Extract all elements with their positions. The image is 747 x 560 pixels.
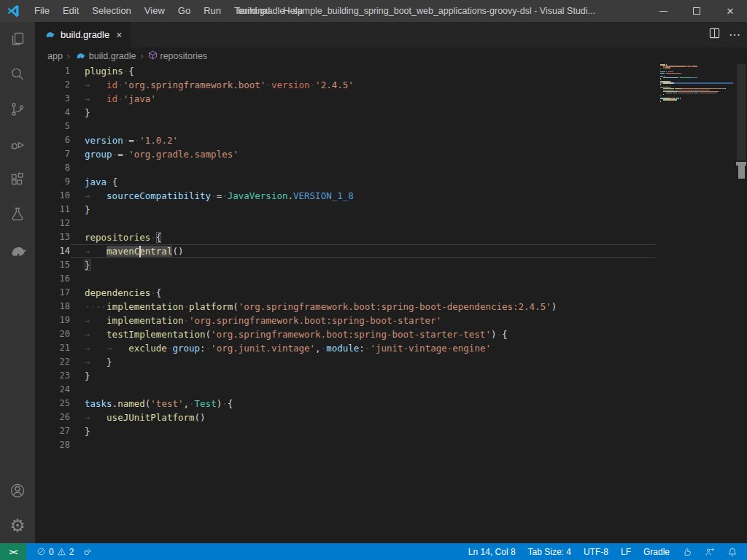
line-number: 27 [35,424,70,438]
breadcrumb-item-build-gradle[interactable]: build.gradle [74,50,136,62]
tab-label: build.gradle [61,29,109,40]
status-bar: >< 02 Ln 14, Col 8Tab Size: 4UTF-8LFGrad… [0,543,747,560]
error-count: 0 [49,547,54,557]
line-number: 5 [35,120,70,133]
status-cursor-position[interactable]: Ln 14, Col 8 [465,543,519,560]
code-line-4[interactable]: 4} [35,106,657,120]
window-title: build.gradle - sample_building_spring_bo… [238,6,595,16]
code-line-6[interactable]: 6version·=·'1.0.2' [35,133,657,147]
line-number: 10 [35,189,70,203]
code-line-19[interactable]: 19→implementation·'org.springframework.b… [35,314,657,327]
status-debug[interactable] [80,543,96,560]
code-line-27[interactable]: 27} [35,424,657,438]
code-line-11[interactable]: 11} [35,203,657,217]
run-debug-icon[interactable] [0,127,35,162]
code-line-13[interactable]: 13repositories·{ [35,230,657,244]
line-number: 25 [35,397,70,411]
line-number: 22 [35,355,70,369]
code-line-7[interactable]: 7group·=·'org.gradle.samples' [35,147,657,161]
vscode-window: FileEditSelectionViewGoRunTerminalHelp b… [0,0,747,560]
code-line-18[interactable]: 18····implementation·platform('org.sprin… [35,300,657,314]
code-line-25[interactable]: 25tasks.named('test',·Test)·{ [35,397,657,411]
code-line-16[interactable]: 16 [35,272,657,286]
code-line-28[interactable]: 28 [35,438,657,452]
code-line-2[interactable]: 2→id·'org.springframework.boot'·version·… [35,78,657,92]
code-line-14[interactable]: 14→mavenCentral() [35,244,657,258]
menu-selection[interactable]: Selection [85,0,137,22]
line-number: 4 [35,106,70,120]
line-number: 1 [35,64,70,78]
line-number: 23 [35,369,70,383]
line-number: 12 [35,217,70,230]
settings-icon[interactable]: ⚙ [0,508,35,543]
minimap-line [660,102,733,104]
line-number: 21 [35,341,70,355]
thumbsup-icon[interactable] [678,543,696,560]
minimap[interactable] [660,64,733,104]
code-line-24[interactable]: 24 [35,383,657,397]
code-editor[interactable]: 1plugins·{2→id·'org.springframework.boot… [35,64,747,543]
text-cursor [139,246,141,257]
status-language-mode[interactable]: Gradle [640,543,673,560]
code-line-5[interactable]: 5 [35,120,657,133]
code-line-15[interactable]: 15} [35,258,657,272]
code-line-12[interactable]: 12 [35,217,657,230]
source-control-icon[interactable] [0,92,35,127]
gradle-icon[interactable] [0,232,35,267]
code-line-3[interactable]: 3→id·'java' [35,92,657,106]
testing-icon[interactable] [0,197,35,232]
line-number: 9 [35,175,70,189]
menu-edit[interactable]: Edit [56,0,85,22]
status-eol[interactable]: LF [617,543,635,560]
line-number: 14 [35,244,70,258]
breadcrumb-item-repositories[interactable]: repositories [148,50,208,62]
line-number: 6 [35,133,70,147]
more-actions-icon[interactable]: ⋯ [729,28,741,42]
code-line-10[interactable]: 10→sourceCompatibility·=·JavaVersion.VER… [35,189,657,203]
menu-go[interactable]: Go [171,0,197,22]
warning-icon [57,547,66,556]
debug-icon [82,547,93,557]
status-encoding[interactable]: UTF-8 [580,543,612,560]
breadcrumb-separator: › [66,51,71,61]
code-line-20[interactable]: 20→testImplementation('org.springframewo… [35,327,657,341]
code-line-9[interactable]: 9java·{ [35,175,657,189]
error-icon [36,547,46,556]
code-line-8[interactable]: 8 [35,161,657,175]
explorer-icon[interactable] [0,22,35,57]
tab-bar: build.gradle × ⋯ [35,22,747,47]
bell-icon[interactable] [724,543,741,560]
close-tab-icon[interactable]: × [115,29,123,41]
menu-run[interactable]: Run [197,0,228,22]
accounts-icon[interactable] [0,473,35,508]
search-icon[interactable] [0,57,35,92]
scrollbar-thumb[interactable] [737,64,746,160]
status-problems[interactable]: 02 [34,543,77,560]
feedback-icon[interactable] [701,543,719,560]
minimize-button[interactable] [646,0,680,22]
code-line-1[interactable]: 1plugins·{ [35,64,657,78]
line-number: 15 [35,258,70,272]
gradle-file-icon [44,28,55,41]
editor-group: build.gradle × ⋯ app›build.gradle›reposi… [35,22,747,543]
maximize-button[interactable] [680,0,713,22]
line-number: 11 [35,203,70,217]
extensions-icon[interactable] [0,162,35,197]
code-line-26[interactable]: 26→useJUnitPlatform() [35,411,657,424]
code-line-22[interactable]: 22→} [35,355,657,369]
line-number: 17 [35,286,70,300]
tab-build-gradle[interactable]: build.gradle × [35,22,131,47]
close-button[interactable]: ✕ [713,0,747,22]
code-line-17[interactable]: 17dependencies·{ [35,286,657,300]
menu-file[interactable]: File [28,0,56,22]
menu-view[interactable]: View [138,0,171,22]
breadcrumb: app›build.gradle›repositories [35,47,747,64]
gradle-icon [74,50,86,62]
code-line-23[interactable]: 23} [35,369,657,383]
code-line-21[interactable]: 21→→exclude·group:·'org.junit.vintage',·… [35,341,657,355]
split-editor-icon[interactable] [709,28,720,42]
remote-indicator[interactable]: >< [0,543,26,560]
breadcrumb-item-app[interactable]: app [47,51,63,61]
status-indentation[interactable]: Tab Size: 4 [525,543,575,560]
code-area[interactable]: 1plugins·{2→id·'org.springframework.boot… [35,64,657,452]
